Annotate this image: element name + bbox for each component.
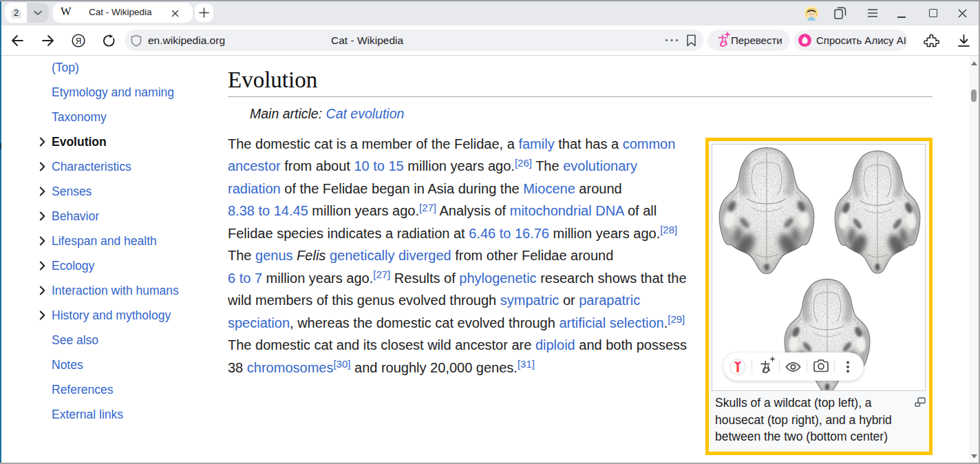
- svg-text:Я: Я: [76, 36, 82, 46]
- svg-text:2: 2: [14, 8, 19, 18]
